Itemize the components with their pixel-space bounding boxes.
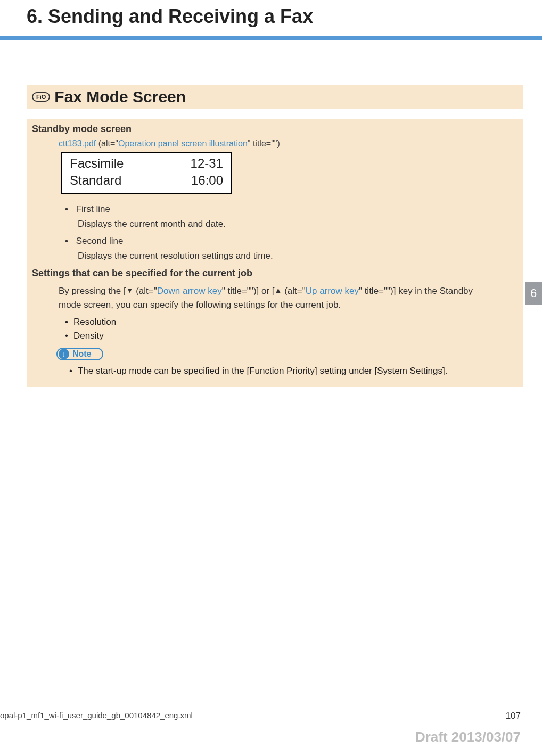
fio-badge: FiO: [32, 92, 50, 102]
text: By pressing the [: [59, 286, 126, 296]
up-arrow-alt-link[interactable]: Up arrow key: [306, 286, 359, 296]
alt-open: (alt=": [96, 139, 118, 148]
note-arrow-icon: ↓: [59, 349, 69, 359]
alt-close: " title=""): [248, 139, 280, 148]
note-bullets: The start-up mode can be specified in th…: [69, 366, 499, 376]
chapter-divider: [0, 36, 542, 40]
lcd-line-explanations: First line Displays the current month an…: [65, 204, 518, 261]
page-footer: opal-p1_mf1_wi-fi_user_guide_gb_00104842…: [0, 711, 542, 721]
note-label: Note: [72, 349, 92, 359]
lcd-resolution: Standard: [70, 173, 191, 188]
list-item: First line Displays the current month an…: [65, 204, 518, 229]
page: 6. Sending and Receiving a Fax FiO Fax M…: [0, 0, 542, 756]
image-filename-link[interactable]: ctt183.pdf: [59, 139, 96, 148]
down-arrow-icon: ▼: [126, 286, 134, 294]
section-heading: FiO Fax Mode Screen: [27, 85, 523, 109]
bullet-density: Density: [73, 331, 104, 341]
settings-paragraph: By pressing the [▼ (alt="Down arrow key"…: [59, 284, 518, 311]
image-reference: ctt183.pdf (alt="Operation panel screen …: [59, 139, 518, 149]
section-title: Fax Mode Screen: [54, 88, 186, 106]
note-header: ↓ Note: [56, 348, 103, 360]
lcd-screen-illustration: Facsimile 12-31 Standard 16:00: [61, 152, 232, 194]
text: (alt=": [133, 286, 157, 296]
lcd-mode: Facsimile: [70, 156, 191, 171]
up-arrow-icon: ▲: [275, 286, 282, 294]
lcd-date: 12-31: [191, 156, 223, 171]
list-item: Second line Displays the current resolut…: [65, 236, 518, 261]
subsection-standby: Standby mode screen ctt183.pdf (alt="Ope…: [27, 119, 523, 387]
chapter-title: 6. Sending and Receiving a Fax: [0, 0, 542, 36]
page-number: 107: [506, 711, 521, 721]
first-line-label: First line: [76, 204, 110, 214]
first-line-desc: Displays the current month and date.: [78, 219, 518, 229]
second-line-desc: Displays the current resolution settings…: [78, 251, 518, 261]
chapter-side-tab: 6: [525, 282, 542, 305]
image-alt-link[interactable]: Operation panel screen illustration: [118, 139, 248, 148]
list-item: Density: [65, 331, 518, 341]
text: (alt=": [282, 286, 305, 296]
lcd-time: 16:00: [191, 173, 223, 188]
second-line-label: Second line: [76, 236, 124, 246]
list-item: The start-up mode can be specified in th…: [69, 366, 499, 376]
section-fax-mode-screen: FiO Fax Mode Screen Standby mode screen …: [0, 85, 542, 387]
settings-bullets: Resolution Density: [65, 317, 518, 341]
note-item-text: The start-up mode can be specified in th…: [78, 366, 448, 376]
draft-watermark: Draft 2013/03/07: [415, 729, 521, 745]
settings-heading: Settings that can be specified for the c…: [32, 268, 518, 279]
standby-heading: Standby mode screen: [32, 124, 518, 135]
bullet-resolution: Resolution: [73, 317, 116, 327]
text: " title="")] or [: [222, 286, 275, 296]
source-filename: opal-p1_mf1_wi-fi_user_guide_gb_00104842…: [0, 711, 193, 720]
list-item: Resolution: [65, 317, 518, 327]
note-block: ↓ Note The start-up mode can be specifie…: [59, 348, 499, 382]
down-arrow-alt-link[interactable]: Down arrow key: [157, 286, 222, 296]
